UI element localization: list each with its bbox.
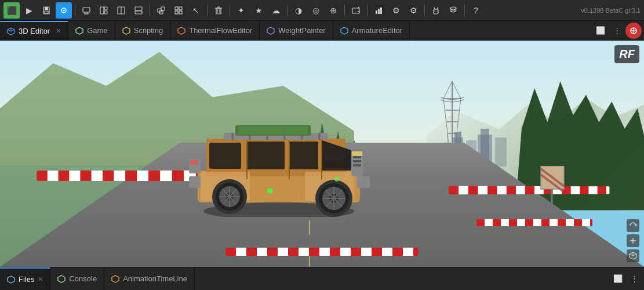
svg-rect-9 xyxy=(100,7,104,14)
play-btn[interactable]: ▶ xyxy=(21,2,37,19)
tab-game-label: Game xyxy=(87,26,107,35)
record-btn[interactable]: ⬛ xyxy=(3,2,20,19)
sep8 xyxy=(424,5,425,16)
tab-game[interactable]: Game xyxy=(68,21,115,40)
sep9 xyxy=(464,5,465,16)
svg-rect-91 xyxy=(353,160,361,162)
sep6 xyxy=(344,5,345,16)
tabs-end-buttons: ⬜ ⋮ xyxy=(591,21,644,40)
bottom-tab-files-label: Files xyxy=(19,275,34,284)
tab-armature-editor[interactable]: ArmatureEditor xyxy=(333,21,410,40)
vp-cube-btn[interactable] xyxy=(627,249,639,262)
circle-btn[interactable]: ◎ xyxy=(308,2,324,19)
objects-btn[interactable] xyxy=(153,2,169,19)
svg-rect-5 xyxy=(83,8,90,12)
svg-rect-90 xyxy=(353,156,361,158)
rf-badge: RF xyxy=(614,45,639,63)
scene-selector-btn[interactable] xyxy=(625,23,642,39)
svg-line-119 xyxy=(630,254,633,256)
tab-armature-editor-label: ArmatureEditor xyxy=(352,26,402,35)
svg-rect-31 xyxy=(376,10,377,14)
sep7 xyxy=(367,5,368,16)
bottom-maximize-btn[interactable]: ⬜ xyxy=(610,271,625,287)
top-toolbar: ⬛ ▶ ↖ ✦ ★ ☁ ◑ ◎ ⊕ ⚙ ⚙ xyxy=(0,0,644,21)
tab-maximize-btn[interactable]: ⬜ xyxy=(593,23,608,38)
cursor-btn[interactable]: ↖ xyxy=(188,2,204,19)
bottom-more-btn[interactable]: ⋮ xyxy=(627,271,642,287)
monitor-btn[interactable] xyxy=(78,2,94,19)
connect-btn[interactable]: ⊕ xyxy=(325,2,341,19)
svg-rect-92 xyxy=(353,164,361,166)
main-viewport[interactable]: RF xyxy=(0,41,644,267)
tab-scripting[interactable]: Scripting xyxy=(115,21,171,40)
layout2-btn[interactable] xyxy=(113,2,129,19)
svg-rect-11 xyxy=(104,11,107,14)
delete-btn[interactable] xyxy=(210,2,227,19)
sep2 xyxy=(150,5,150,16)
svg-rect-10 xyxy=(104,7,107,10)
svg-rect-95 xyxy=(190,160,198,165)
help-btn[interactable]: ? xyxy=(468,2,484,19)
settings-btn[interactable]: ⚙ xyxy=(388,2,404,19)
bottom-end-buttons: ⬜ ⋮ xyxy=(608,267,644,290)
bottom-tab-animation[interactable]: AnimationTimeLine xyxy=(104,267,195,290)
chart-btn[interactable] xyxy=(370,2,387,19)
barrier-bottom xyxy=(225,248,419,256)
svg-rect-85 xyxy=(289,142,318,169)
sep3 xyxy=(207,5,208,16)
camera2-btn[interactable] xyxy=(348,2,364,19)
settings2-btn[interactable]: ⚙ xyxy=(405,2,421,19)
svg-rect-19 xyxy=(175,7,178,10)
cloud-btn[interactable]: ☁ xyxy=(268,2,284,19)
android-btn[interactable] xyxy=(428,2,444,19)
svg-rect-83 xyxy=(209,143,241,169)
save-btn[interactable] xyxy=(38,2,54,19)
svg-rect-93 xyxy=(352,151,362,156)
svg-rect-32 xyxy=(378,9,380,14)
svg-line-120 xyxy=(633,254,636,256)
layout3-btn[interactable] xyxy=(130,2,147,19)
svg-point-37 xyxy=(434,10,435,12)
tab-3d-editor[interactable]: 3D Editor ✕ xyxy=(0,21,68,40)
tab-weight-painter-label: WeightPainter xyxy=(278,26,325,35)
svg-rect-33 xyxy=(380,8,382,14)
svg-line-52 xyxy=(452,81,461,99)
svg-line-51 xyxy=(443,81,452,99)
svg-rect-2 xyxy=(45,11,48,13)
tab-thermal-flow[interactable]: ThermalFlowEditor xyxy=(170,21,260,40)
tabs-row: 3D Editor ✕ Game Scripting ThermalFlowEd… xyxy=(0,21,644,41)
svg-rect-17 xyxy=(161,7,165,10)
svg-point-39 xyxy=(450,7,456,9)
car-3d-model xyxy=(180,101,377,217)
bottom-tab-files-close[interactable]: ✕ xyxy=(38,276,43,283)
svg-line-41 xyxy=(8,30,11,31)
bottom-tab-console[interactable]: Console xyxy=(50,267,104,290)
bottom-tab-files[interactable]: Files ✕ xyxy=(0,267,50,290)
version-label: v0.1398 BetaC gl:3.1 xyxy=(581,7,641,14)
star-btn[interactable]: ★ xyxy=(250,2,267,19)
tab-weight-painter[interactable]: WeightPainter xyxy=(260,21,333,40)
svg-rect-21 xyxy=(175,11,178,14)
view-mode-btn[interactable] xyxy=(56,2,72,19)
tab-more-btn[interactable]: ⋮ xyxy=(609,23,624,38)
barrier-right2 xyxy=(476,219,592,226)
svg-rect-28 xyxy=(352,8,359,13)
svg-rect-15 xyxy=(135,11,142,14)
svg-rect-84 xyxy=(247,142,285,169)
stack-btn[interactable] xyxy=(445,2,461,19)
brightness-btn[interactable]: ◑ xyxy=(290,2,307,19)
vp-zoom-btn[interactable] xyxy=(627,234,639,247)
svg-rect-80 xyxy=(238,126,308,135)
barrier-right xyxy=(449,186,609,194)
layout1-btn[interactable] xyxy=(96,2,112,19)
svg-rect-34 xyxy=(434,9,438,14)
sun-btn[interactable]: ✦ xyxy=(233,2,249,19)
bottom-tab-animation-label: AnimationTimeLine xyxy=(123,274,187,283)
sep5 xyxy=(287,5,288,16)
vp-rotate-btn[interactable] xyxy=(627,219,639,232)
tab-3d-editor-close[interactable]: ✕ xyxy=(56,28,61,34)
sep1 xyxy=(75,5,75,16)
bottom-panel: Files ✕ Console AnimationTimeLine ⬜ ⋮ xyxy=(0,267,644,290)
svg-rect-20 xyxy=(179,7,182,10)
snap-btn[interactable] xyxy=(170,2,187,19)
